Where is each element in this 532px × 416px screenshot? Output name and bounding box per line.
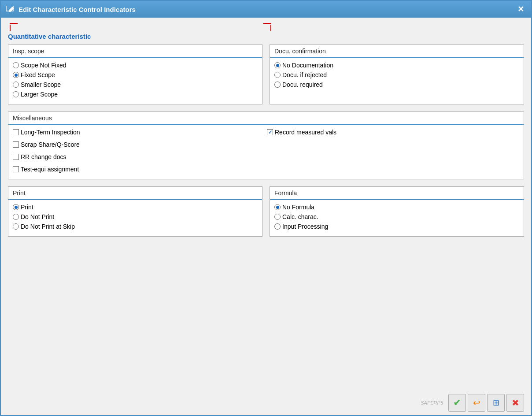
radio-input-processing-label: Input Processing: [282, 223, 328, 230]
docu-confirmation-group: Docu. confirmation No Documentation Docu…: [270, 45, 524, 104]
main-content: Quantitative characteristic Insp. scope …: [1, 18, 531, 390]
insp-scope-group: Insp. scope Scope Not Fixed Fixed Scope …: [8, 45, 262, 104]
radio-no-documentation[interactable]: No Documentation: [274, 62, 519, 69]
radio-smaller-scope-label: Smaller Scope: [21, 81, 61, 88]
radio-smaller-scope[interactable]: Smaller Scope: [13, 81, 258, 88]
radio-no-formula-indicator: [274, 204, 281, 210]
radio-fixed-scope-indicator: [13, 72, 19, 78]
radio-no-formula-label: No Formula: [282, 204, 314, 211]
check-record-measured-indicator: [267, 129, 273, 135]
title-bar-left: Edit Characteristic Control Indicators: [6, 6, 136, 13]
section-title: Quantitative characteristic: [8, 33, 524, 40]
print-group: Print Print Do Not Print Do Not Print at…: [8, 186, 262, 237]
radio-docu-required[interactable]: Docu. required: [274, 81, 519, 88]
radio-larger-scope-indicator: [13, 91, 19, 97]
docu-confirmation-title: Docu. confirmation: [270, 45, 524, 58]
brackets: [8, 23, 524, 31]
radio-do-not-print-label: Do Not Print: [21, 213, 54, 220]
check-long-term-label: Long-Term Inspection: [21, 129, 80, 136]
insp-scope-title: Insp. scope: [8, 45, 262, 58]
docu-confirmation-content: No Documentation Docu. if rejected Docu.…: [270, 58, 524, 94]
check-record-measured[interactable]: Record measured vals: [267, 129, 519, 136]
misc-section: Miscellaneous Long-Term Inspection Scrap…: [8, 111, 524, 179]
watermark-text: SAPERP5: [421, 400, 443, 405]
check-test-equi-label: Test-equi assignment: [21, 166, 79, 173]
radio-scope-not-fixed-label: Scope Not Fixed: [21, 62, 66, 69]
radio-do-not-print-skip-label: Do Not Print at Skip: [21, 223, 75, 230]
radio-docu-required-label: Docu. required: [282, 81, 323, 88]
misc-left: Long-Term Inspection Scrap Share/Q-Score…: [13, 129, 265, 175]
toolbar: SAPERP5 ✔ ↩ ⊞ ✖: [1, 390, 531, 415]
radio-print[interactable]: Print: [13, 204, 258, 211]
cancel-button[interactable]: ✖: [506, 394, 524, 412]
radio-no-documentation-indicator: [274, 62, 281, 68]
radio-do-not-print-indicator: [13, 214, 19, 220]
radio-fixed-scope-label: Fixed Scope: [21, 71, 55, 78]
check-rr-change[interactable]: RR change docs: [13, 153, 265, 160]
check-test-equi[interactable]: Test-equi assignment: [13, 166, 265, 173]
radio-larger-scope[interactable]: Larger Scope: [13, 91, 258, 98]
print-content: Print Do Not Print Do Not Print at Skip: [8, 200, 262, 236]
check-scrap-share-indicator: [13, 141, 19, 148]
radio-docu-if-rejected-label: Docu. if rejected: [282, 71, 327, 78]
top-two-col: Insp. scope Scope Not Fixed Fixed Scope …: [8, 45, 524, 104]
dialog-title: Edit Characteristic Control Indicators: [18, 6, 136, 13]
check-record-measured-label: Record measured vals: [275, 129, 336, 136]
formula-content: No Formula Calc. charac. Input Processin…: [270, 200, 524, 236]
radio-scope-not-fixed[interactable]: Scope Not Fixed: [13, 62, 258, 69]
table-button[interactable]: ⊞: [487, 394, 505, 412]
print-group-title: Print: [8, 187, 262, 200]
radio-do-not-print[interactable]: Do Not Print: [13, 213, 258, 220]
radio-do-not-print-skip-indicator: [13, 223, 19, 230]
check-rr-change-indicator: [13, 154, 19, 160]
title-bar: Edit Characteristic Control Indicators ✕: [1, 1, 531, 18]
check-long-term-indicator: [13, 129, 19, 135]
close-button[interactable]: ✕: [516, 4, 526, 14]
check-scrap-share-label: Scrap Share/Q-Score: [21, 141, 80, 148]
formula-group: Formula No Formula Calc. charac. Input P…: [270, 186, 524, 237]
back-button[interactable]: ↩: [468, 394, 485, 412]
check-long-term[interactable]: Long-Term Inspection: [13, 129, 265, 136]
radio-no-formula[interactable]: No Formula: [274, 204, 519, 211]
radio-input-processing[interactable]: Input Processing: [274, 223, 519, 230]
radio-docu-if-rejected[interactable]: Docu. if rejected: [274, 71, 519, 78]
insp-scope-content: Scope Not Fixed Fixed Scope Smaller Scop…: [8, 58, 262, 104]
radio-docu-if-rejected-indicator: [274, 72, 281, 78]
check-rr-change-label: RR change docs: [21, 153, 66, 160]
misc-right: Record measured vals: [267, 129, 519, 175]
check-test-equi-indicator: [13, 166, 19, 172]
bottom-two-col: Print Print Do Not Print Do Not Print at…: [8, 186, 524, 237]
radio-fixed-scope[interactable]: Fixed Scope: [13, 71, 258, 78]
radio-larger-scope-label: Larger Scope: [21, 91, 58, 98]
radio-do-not-print-skip[interactable]: Do Not Print at Skip: [13, 223, 258, 230]
radio-calc-charac-indicator: [274, 214, 281, 220]
radio-print-label: Print: [21, 204, 33, 211]
edit-icon: [6, 6, 15, 13]
radio-no-documentation-label: No Documentation: [282, 62, 333, 69]
radio-scope-not-fixed-indicator: [13, 62, 19, 68]
formula-group-title: Formula: [270, 187, 524, 200]
radio-smaller-scope-indicator: [13, 82, 19, 88]
radio-calc-charac[interactable]: Calc. charac.: [274, 213, 519, 220]
check-scrap-share[interactable]: Scrap Share/Q-Score: [13, 141, 265, 148]
radio-input-processing-indicator: [274, 223, 281, 230]
dialog: Edit Characteristic Control Indicators ✕…: [0, 0, 532, 416]
radio-docu-required-indicator: [274, 82, 281, 88]
confirm-button[interactable]: ✔: [448, 394, 466, 412]
misc-content: Long-Term Inspection Scrap Share/Q-Score…: [8, 125, 524, 179]
misc-title: Miscellaneous: [8, 112, 524, 125]
radio-calc-charac-label: Calc. charac.: [282, 213, 318, 220]
radio-print-indicator: [13, 204, 19, 210]
